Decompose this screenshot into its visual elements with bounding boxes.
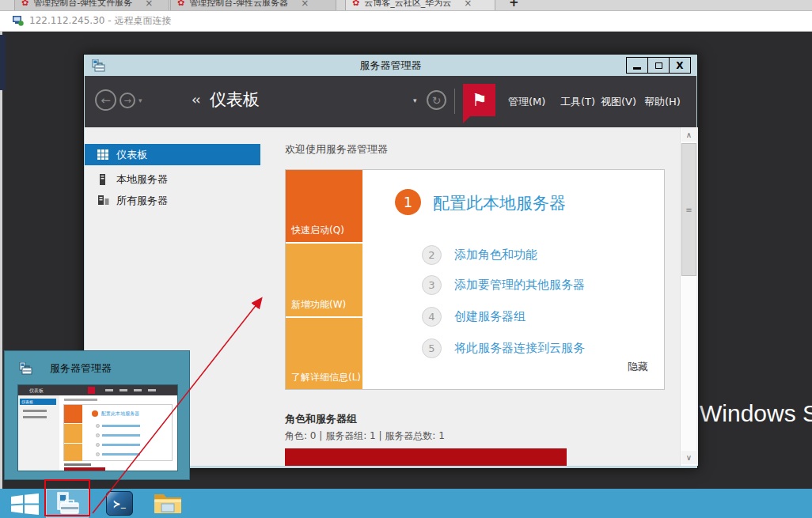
welcome-tile: 快速启动(Q) 新增功能(W) 了解详细信息(L) 1 配置此本地服务器 2 添… [285, 169, 665, 390]
refresh-icon: ↻ [432, 94, 442, 107]
huawei-tab-icon: ✿ [177, 0, 184, 8]
menu-view[interactable]: 视图(V) [601, 95, 636, 109]
preview-header: 服务器管理器 [19, 361, 112, 376]
thumb-learn-more [64, 444, 82, 461]
rdp-title: 122.112.245.30 - 远程桌面连接 [29, 14, 171, 28]
step-number-badge: 4 [422, 307, 442, 327]
whats-new-tab[interactable]: 新增功能(W) [286, 244, 362, 316]
forward-button[interactable]: → [120, 93, 135, 108]
scroll-down-button[interactable]: ∨ [681, 451, 696, 464]
taskbar-file-explorer-button[interactable] [154, 490, 182, 516]
minimize-button[interactable] [626, 57, 648, 74]
thumb-menu-line [120, 389, 127, 391]
menu-tools[interactable]: 工具(T) [560, 95, 595, 109]
forward-icon: → [123, 96, 131, 106]
step-link: 创建服务器组 [454, 309, 526, 324]
taskbar-preview-popup[interactable]: 服务器管理器 仪表板 仪表板 配置此本地服务器 [4, 350, 190, 480]
step-add-roles[interactable]: 2 添加角色和功能 [422, 245, 537, 265]
new-tab-button[interactable]: + [509, 0, 519, 9]
browser-tab-file-service[interactable]: ✿ 管理控制台-弹性文件服务 × [14, 0, 169, 11]
breadcrumb[interactable]: 仪表板 [210, 89, 260, 111]
back-icon: ← [101, 93, 111, 108]
scrollbar-thumb[interactable]: ≡ [681, 143, 696, 276]
scroll-down-icon: ∨ [686, 453, 692, 462]
huawei-tab-icon: ✿ [352, 0, 359, 8]
taskbar-powershell-button[interactable]: ≻_ [106, 491, 133, 516]
step-number: 1 [404, 194, 412, 210]
thumb-step-row [96, 452, 140, 456]
menu-help[interactable]: 帮助(H) [644, 95, 681, 109]
scroll-up-button[interactable]: ∧ [681, 128, 696, 142]
server-manager-icon [19, 362, 32, 375]
sidebar-item-label: 仪表板 [116, 148, 147, 162]
thumb-welcome-line [64, 399, 97, 401]
nav-history-dropdown-icon[interactable]: ▾ [138, 96, 142, 104]
quick-tab-label: 新增功能(W) [291, 298, 346, 312]
window-title: 服务器管理器 [84, 59, 697, 73]
thumb-nav-bar: 仪表板 [18, 385, 177, 395]
configure-local-server-link[interactable]: 配置此本地服务器 [433, 192, 566, 214]
breadcrumb-dropdown-icon[interactable]: ▾ [413, 96, 417, 104]
scroll-up-icon: ∧ [686, 130, 692, 139]
roles-alert-tile-header[interactable] [285, 448, 567, 466]
step-connect-cloud[interactable]: 5 将此服务器连接到云服务 [422, 338, 585, 358]
thumb-quick-start [64, 405, 82, 423]
sidebar-item-all-servers[interactable]: 所有服务器 [85, 190, 260, 211]
thumb-alert-bar [64, 467, 105, 471]
thumb-flag-icon [88, 387, 95, 394]
quick-tab-label: 快速启动(Q) [291, 224, 344, 237]
roles-groups-heading: 角色和服务器组 [285, 412, 357, 426]
tab-title: 管理控制台-弹性云服务器 [189, 0, 288, 9]
quick-start-tab[interactable]: 快速启动(Q) [286, 170, 362, 242]
step-link: 将此服务器连接到云服务 [454, 341, 585, 356]
all-servers-icon [97, 195, 109, 206]
start-button[interactable] [11, 493, 40, 515]
powershell-icon: ≻ [113, 497, 120, 510]
desktop-left-edge [0, 32, 2, 489]
preview-title: 服务器管理器 [50, 361, 112, 376]
thumb-step-row [96, 443, 140, 447]
browser-tab-bar: ✿ 管理控制台-弹性文件服务 × ✿ 管理控制台-弹性云服务器 × ✿ 云博客_… [0, 0, 812, 11]
window-title-bar[interactable]: 服务器管理器 X [84, 55, 697, 76]
tab-close-icon[interactable]: × [145, 0, 153, 9]
vertical-scrollbar[interactable]: ∧ ≡ ∨ [680, 127, 696, 466]
thumb-step-row [96, 433, 140, 437]
maximize-button[interactable] [647, 57, 670, 74]
quick-tab-label: 了解详细信息(L) [291, 371, 361, 384]
maximize-icon [655, 62, 662, 69]
back-button[interactable]: ← [95, 89, 116, 111]
thumb-sidebar-line [23, 410, 47, 412]
breadcrumb-collapse-icon[interactable]: ‹‹ [192, 92, 199, 108]
thumb-breadcrumb: 仪表板 [29, 388, 44, 395]
close-button[interactable]: X [669, 57, 691, 74]
browser-tab-cloud-server[interactable]: ✿ 管理控制台-弹性云服务器 × [170, 0, 336, 11]
rdp-icon [13, 16, 24, 26]
tab-title: 云博客_云社区_华为云 [364, 0, 451, 9]
tab-close-icon[interactable]: × [464, 0, 472, 9]
thumb-sidebar-line [23, 416, 47, 418]
close-icon: X [676, 60, 683, 71]
sidebar-item-label: 所有服务器 [116, 194, 168, 208]
step-number-badge: 3 [422, 275, 442, 295]
learn-more-tab[interactable]: 了解详细信息(L) [286, 318, 362, 389]
refresh-button[interactable]: ↻ [427, 90, 446, 110]
scrollbar-grip-icon: ≡ [685, 206, 692, 214]
browser-tab-community[interactable]: ✿ 云博客_云社区_华为云 × [345, 0, 495, 11]
sidebar-item-local-server[interactable]: 本地服务器 [85, 168, 260, 190]
roles-groups-summary: 角色: 0 | 服务器组: 1 | 服务器总数: 1 [285, 429, 445, 443]
step-add-servers[interactable]: 3 添加要管理的其他服务器 [422, 275, 585, 295]
step-create-group[interactable]: 4 创建服务器组 [422, 307, 526, 327]
sidebar-item-dashboard[interactable]: 仪表板 [85, 144, 260, 165]
annotation-highlight-box [44, 479, 90, 516]
notifications-flag-button[interactable]: ⚑ [463, 84, 495, 116]
menu-manage[interactable]: 管理(M) [508, 95, 545, 109]
step-link: 添加角色和功能 [454, 248, 537, 263]
minimize-icon [633, 67, 641, 70]
tab-close-icon[interactable]: × [301, 0, 309, 9]
step-1-badge: 1 [395, 189, 421, 215]
hide-welcome-link[interactable]: 隐藏 [628, 360, 648, 374]
thumb-step1-badge [92, 410, 98, 417]
rdp-title-bar: 122.112.245.30 - 远程桌面连接 [0, 11, 812, 32]
window-thumbnail[interactable]: 仪表板 仪表板 配置此本地服务器 [17, 384, 178, 471]
tab-title: 管理控制台-弹性文件服务 [33, 0, 132, 9]
